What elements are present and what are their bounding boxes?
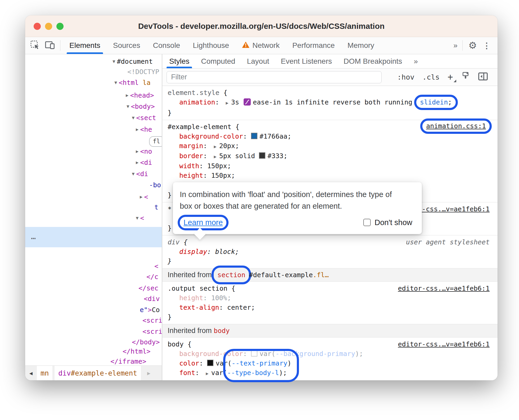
tree-row[interactable]: </iframe> — [110, 357, 146, 366]
selected-tree-row[interactable]: … — [25, 227, 162, 247]
tree-row[interactable]: e">Co — [140, 305, 160, 314]
pseudo-state-toggle[interactable]: :hov — [397, 73, 414, 81]
styles-filter-input[interactable] — [167, 71, 382, 83]
tab-memory[interactable]: Memory — [341, 37, 381, 54]
tab-dom-breakpoints[interactable]: DOM Breakpoints — [338, 54, 408, 68]
panel-tabs: Elements Sources Console Lighthouse Netw… — [63, 37, 381, 54]
color-swatch[interactable] — [207, 360, 213, 366]
twisty-collapsed-icon[interactable]: ▶ — [136, 160, 138, 165]
toolbar-divider — [462, 40, 463, 51]
tab-sources[interactable]: Sources — [107, 37, 147, 54]
close-window-button[interactable] — [34, 23, 41, 30]
tree-row[interactable]: ▼<sect — [132, 113, 156, 122]
color-swatch[interactable] — [259, 152, 265, 159]
tree-row[interactable]: <scri — [142, 327, 162, 336]
shorthand-expand-icon[interactable]: ▶ — [226, 100, 229, 106]
twisty-expanded-icon[interactable]: ▼ — [132, 115, 135, 120]
tab-console[interactable]: Console — [146, 37, 186, 54]
twisty-expanded-icon[interactable]: ▼ — [136, 215, 138, 221]
tree-row[interactable]: ▼<body> — [127, 102, 155, 111]
tree-row[interactable]: <div — [144, 294, 160, 303]
warning-icon — [242, 41, 250, 50]
tree-row[interactable]: ▼<di — [132, 169, 148, 179]
tree-row[interactable]: </sec — [138, 284, 158, 293]
tree-row[interactable]: fl — [149, 136, 162, 147]
keyframes-link[interactable]: slidein — [420, 98, 448, 106]
tree-row[interactable]: ▶<no — [136, 147, 152, 156]
dont-show-checkbox[interactable] — [363, 219, 371, 226]
tab-computed[interactable]: Computed — [195, 54, 241, 68]
tree-row[interactable]: ▶<head> — [126, 91, 154, 100]
tree-row[interactable]: < — [154, 262, 158, 271]
twisty-collapsed-icon[interactable]: ▶ — [126, 93, 128, 98]
more-sidebar-tabs-icon[interactable]: » — [408, 54, 423, 68]
rule-output-section[interactable]: editor-css.…v=ae1feb6:1 .output section … — [162, 282, 498, 324]
shorthand-expand-icon[interactable]: ▶ — [214, 154, 216, 159]
device-toolbar-icon[interactable] — [45, 40, 55, 51]
rule-div-user-agent[interactable]: user agent stylesheet div { display: blo… — [162, 235, 498, 268]
ellipsis-expand-button[interactable]: … — [31, 232, 37, 241]
styles-filter-row: :hov .cls + — [162, 69, 498, 86]
rule-element-style[interactable]: element.style { animation: ▶3s ease-in 1… — [162, 86, 498, 120]
inspect-element-icon[interactable] — [30, 40, 40, 51]
tree-row[interactable]: </c — [146, 272, 158, 281]
shorthand-expand-icon[interactable]: ▶ — [206, 371, 208, 376]
tree-row[interactable]: </body> — [132, 338, 160, 347]
tab-network[interactable]: Network — [235, 37, 286, 54]
tree-row[interactable]: </html> — [123, 347, 150, 356]
tab-layout[interactable]: Layout — [241, 54, 275, 68]
twisty-collapsed-icon[interactable]: ▶ — [136, 149, 138, 154]
annotation-oval-learn-more: Learn more — [178, 215, 229, 230]
inherited-node-link[interactable]: section — [217, 271, 245, 279]
minimize-window-button[interactable] — [45, 23, 52, 30]
rule-body[interactable]: editor-css.…v=ae1feb6:1 body { backgroun… — [162, 337, 498, 380]
inherited-node-link[interactable]: body — [214, 327, 230, 335]
bezier-editor-icon[interactable] — [244, 98, 251, 108]
twisty-collapsed-icon[interactable]: ▶ — [140, 194, 142, 199]
breadcrumb-back-icon[interactable]: ◀ — [25, 366, 37, 380]
annotation-oval-section: section — [212, 266, 251, 284]
tab-event-listeners[interactable]: Event Listeners — [275, 54, 338, 68]
settings-gear-icon[interactable]: ⚙ — [468, 41, 477, 50]
tree-row[interactable]: -bo — [149, 181, 161, 190]
tree-row[interactable]: ▶<di — [136, 158, 152, 167]
tree-row[interactable]: <!DOCTYP — [127, 67, 159, 76]
tree-row[interactable]: ▼< — [136, 213, 144, 223]
color-swatch[interactable] — [251, 133, 257, 139]
twisty-collapsed-icon[interactable]: ▶ — [136, 127, 138, 132]
breadcrumb-item-current[interactable]: div#example-element — [55, 366, 141, 380]
devtools-toolbar: Elements Sources Console Lighthouse Netw… — [25, 37, 498, 54]
more-tabs-icon[interactable]: » — [453, 41, 457, 50]
twisty-expanded-icon[interactable]: ▼ — [132, 171, 135, 176]
annotation-oval-animation-css: animation.css:1 — [420, 118, 492, 134]
new-style-rule-button[interactable]: + — [448, 72, 453, 83]
breadcrumb-item-prev[interactable]: mn — [37, 366, 52, 380]
tree-row[interactable]: ▼#document — [113, 57, 153, 66]
tree-row[interactable]: ▶< — [140, 192, 148, 202]
zoom-window-button[interactable] — [56, 23, 64, 30]
twisty-expanded-icon[interactable]: ▼ — [127, 104, 129, 109]
twisty-expanded-icon[interactable]: ▼ — [114, 80, 117, 85]
stylesheet-link[interactable]: animation.css:1 — [426, 122, 486, 130]
learn-more-link[interactable]: Learn more — [184, 218, 223, 227]
tab-elements[interactable]: Elements — [63, 37, 107, 54]
kebab-menu-icon[interactable]: ⋮ — [483, 41, 491, 50]
annotation-oval-css-variables — [223, 349, 299, 382]
tab-lighthouse[interactable]: Lighthouse — [186, 37, 235, 54]
tree-row[interactable]: <scri — [142, 316, 162, 325]
class-toggle[interactable]: .cls — [422, 73, 440, 81]
rendering-brush-icon[interactable] — [461, 72, 470, 83]
tree-row[interactable]: ▼<html la — [114, 78, 151, 87]
tree-row[interactable]: t — [154, 203, 158, 212]
twisty-expanded-icon[interactable]: ▼ — [113, 59, 115, 64]
shorthand-expand-icon[interactable]: ▶ — [214, 144, 216, 149]
stylesheet-link[interactable]: editor-css.…v=ae1feb6:1 — [398, 284, 490, 293]
collapse-panel-icon[interactable] — [478, 72, 488, 83]
dom-tree[interactable]: ▼#document <!DOCTYP ▼<html la ▶<head> ▼<… — [25, 54, 162, 366]
breadcrumb-forward-icon[interactable]: ▶ — [143, 366, 155, 380]
flex-badge[interactable]: fl — [149, 136, 162, 147]
stylesheet-link[interactable]: editor-css.…v=ae1feb6:1 — [398, 340, 490, 349]
tree-row[interactable]: ▶<he — [136, 125, 152, 134]
tab-styles[interactable]: Styles — [163, 54, 195, 68]
tab-performance[interactable]: Performance — [286, 37, 341, 54]
